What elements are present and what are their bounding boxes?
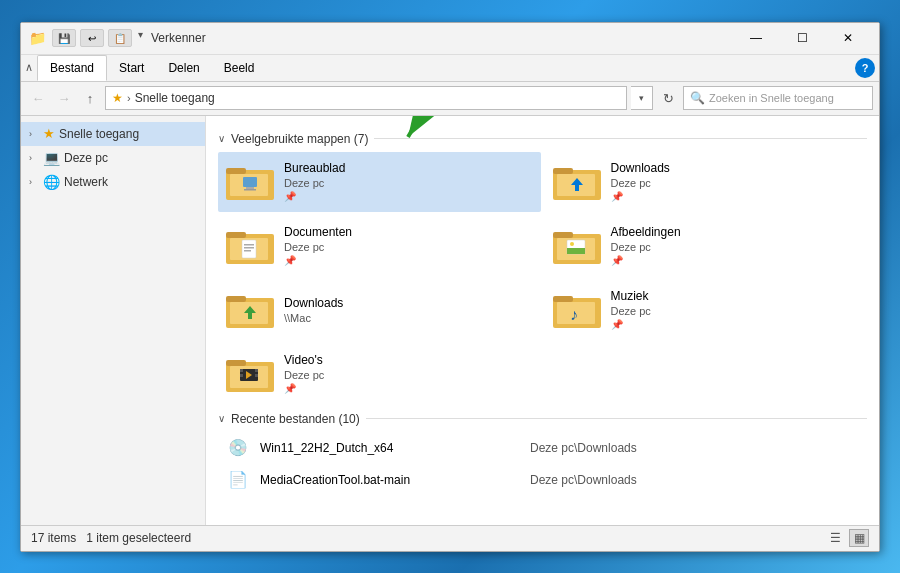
title-bar: 📁 💾 ↩ 📋 ▾ Verkenner — ☐ ✕ — [21, 23, 879, 55]
section-divider-recent — [366, 418, 867, 419]
folder-documenten-info: Documenten Deze pc 📌 — [284, 225, 352, 266]
svg-rect-25 — [226, 296, 246, 302]
folders-grid: Bureaublad Deze pc 📌 — [218, 152, 867, 340]
title-bar-folder-icon: 📁 — [29, 30, 46, 46]
svg-rect-29 — [553, 296, 573, 302]
folder-documenten[interactable]: Documenten Deze pc 📌 — [218, 216, 541, 276]
folder-bureaublad-name: Bureaublad — [284, 161, 345, 175]
status-items-count: 17 items — [31, 531, 76, 545]
status-selected: 1 item geselecteerd — [86, 531, 191, 545]
folder-videos-pin: 📌 — [284, 383, 324, 394]
window-title: Verkenner — [151, 31, 733, 45]
ribbon-expand-chevron[interactable]: ∧ — [25, 61, 33, 74]
forward-button[interactable]: → — [53, 87, 75, 109]
folder-downloads-pc-pin: 📌 — [611, 191, 670, 202]
svg-rect-14 — [242, 240, 256, 258]
sidebar-chevron-netwerk: › — [29, 177, 39, 187]
search-icon: 🔍 — [690, 91, 705, 105]
section-chevron-frequent: ∨ — [218, 133, 225, 144]
folder-icon-svg — [553, 162, 601, 202]
up-button[interactable]: ↑ — [79, 87, 101, 109]
tab-beeld[interactable]: Beeld — [212, 55, 267, 81]
minimize-button[interactable]: — — [733, 22, 779, 54]
svg-rect-16 — [244, 247, 254, 249]
svg-text:♪: ♪ — [570, 306, 578, 323]
svg-rect-39 — [255, 374, 258, 377]
folder-downloads-pc-info: Downloads Deze pc 📌 — [611, 161, 670, 202]
content-inner: ∨ Veelgebruikte mappen (7) — [206, 116, 879, 504]
search-box[interactable]: 🔍 Zoeken in Snelle toegang — [683, 86, 873, 110]
sidebar-item-snelle-toegang[interactable]: › ★ Snelle toegang — [21, 122, 205, 146]
svg-rect-38 — [255, 369, 258, 372]
folder-muziek-sub: Deze pc — [611, 305, 651, 317]
address-bar: ← → ↑ ★ › Snelle toegang ▾ ↻ 🔍 Zoeken in… — [21, 82, 879, 116]
svg-point-23 — [570, 242, 574, 246]
address-path[interactable]: ★ › Snelle toegang — [105, 86, 627, 110]
folder-videos[interactable]: Video's Deze pc 📌 — [218, 344, 543, 404]
main-area: › ★ Snelle toegang › 💻 Deze pc › 🌐 Netwe… — [21, 116, 879, 525]
svg-rect-8 — [553, 168, 573, 174]
address-separator: › — [127, 92, 131, 104]
recent-files-list: 💿 Win11_22H2_Dutch_x64 Deze pc\Downloads… — [218, 432, 867, 496]
sidebar-item-netwerk[interactable]: › 🌐 Netwerk — [21, 170, 205, 194]
sidebar-network-icon: 🌐 — [43, 174, 60, 190]
folder-downloads-mac-sub: \\Mac — [284, 312, 343, 324]
folder-videos-name: Video's — [284, 353, 324, 367]
undo-action[interactable]: ↩ — [80, 29, 104, 47]
status-view-buttons: ☰ ▦ — [825, 529, 869, 547]
close-button[interactable]: ✕ — [825, 22, 871, 54]
address-dropdown[interactable]: ▾ — [631, 86, 653, 110]
window-controls: — ☐ ✕ — [733, 22, 871, 54]
folder-documenten-icon — [226, 226, 274, 266]
folder-downloads-pc[interactable]: Downloads Deze pc 📌 — [545, 152, 868, 212]
svg-rect-17 — [244, 250, 251, 252]
videos-row: Video's Deze pc 📌 — [218, 344, 867, 404]
svg-rect-4 — [243, 177, 257, 187]
tab-bestand[interactable]: Bestand — [37, 55, 107, 81]
folder-bureaublad[interactable]: Bureaublad Deze pc 📌 — [218, 152, 541, 212]
tab-delen[interactable]: Delen — [156, 55, 211, 81]
folder-videos-sub: Deze pc — [284, 369, 324, 381]
folder-documenten-pin: 📌 — [284, 255, 352, 266]
section-header-frequent[interactable]: ∨ Veelgebruikte mappen (7) — [218, 132, 867, 146]
maximize-button[interactable]: ☐ — [779, 22, 825, 54]
save-action[interactable]: 💾 — [52, 29, 76, 47]
recent-file-0[interactable]: 💿 Win11_22H2_Dutch_x64 Deze pc\Downloads — [218, 432, 867, 464]
svg-rect-37 — [240, 374, 243, 377]
sidebar: › ★ Snelle toegang › 💻 Deze pc › 🌐 Netwe… — [21, 116, 206, 525]
folder-afbeeldingen-info: Afbeeldingen Deze pc 📌 — [611, 225, 681, 266]
svg-rect-22 — [567, 248, 585, 254]
section-header-recent[interactable]: ∨ Recente bestanden (10) — [218, 412, 867, 426]
address-star-icon: ★ — [112, 91, 123, 105]
sidebar-item-deze-pc[interactable]: › 💻 Deze pc — [21, 146, 205, 170]
back-button[interactable]: ← — [27, 87, 49, 109]
sidebar-label-deze: Deze pc — [64, 151, 108, 165]
folder-muziek[interactable]: ♪ Muziek Deze pc 📌 — [545, 280, 868, 340]
folder-downloads-pc-icon — [553, 162, 601, 202]
svg-rect-33 — [226, 360, 246, 366]
sidebar-label-snelle: Snelle toegang — [59, 127, 139, 141]
folder-afbeeldingen-icon — [553, 226, 601, 266]
tab-start[interactable]: Start — [107, 55, 156, 81]
folder-icon-svg — [226, 290, 274, 330]
folder-icon-svg: ♪ — [553, 290, 601, 330]
help-button[interactable]: ? — [855, 58, 875, 78]
view-details-button[interactable]: ▦ — [849, 529, 869, 547]
recent-file-1[interactable]: 📄 MediaCreationTool.bat-main Deze pc\Dow… — [218, 464, 867, 496]
explorer-window: 📁 💾 ↩ 📋 ▾ Verkenner — ☐ ✕ ∧ Bestand Star… — [20, 22, 880, 552]
folder-downloads-mac[interactable]: Downloads \\Mac — [218, 280, 541, 340]
folder-icon-svg — [226, 226, 274, 266]
status-bar: 17 items 1 item geselecteerd ☰ ▦ — [21, 525, 879, 551]
section-label-frequent: Veelgebruikte mappen (7) — [231, 132, 368, 146]
section-chevron-recent: ∨ — [218, 413, 225, 424]
clipboard-action[interactable]: 📋 — [108, 29, 132, 47]
folder-afbeeldingen-pin: 📌 — [611, 255, 681, 266]
refresh-button[interactable]: ↻ — [657, 87, 679, 109]
view-list-button[interactable]: ☰ — [825, 529, 845, 547]
svg-rect-12 — [226, 232, 246, 238]
svg-rect-6 — [244, 189, 256, 191]
svg-rect-36 — [240, 369, 243, 372]
folder-downloads-pc-name: Downloads — [611, 161, 670, 175]
folder-afbeeldingen[interactable]: Afbeeldingen Deze pc 📌 — [545, 216, 868, 276]
folder-bureaublad-sub: Deze pc — [284, 177, 345, 189]
